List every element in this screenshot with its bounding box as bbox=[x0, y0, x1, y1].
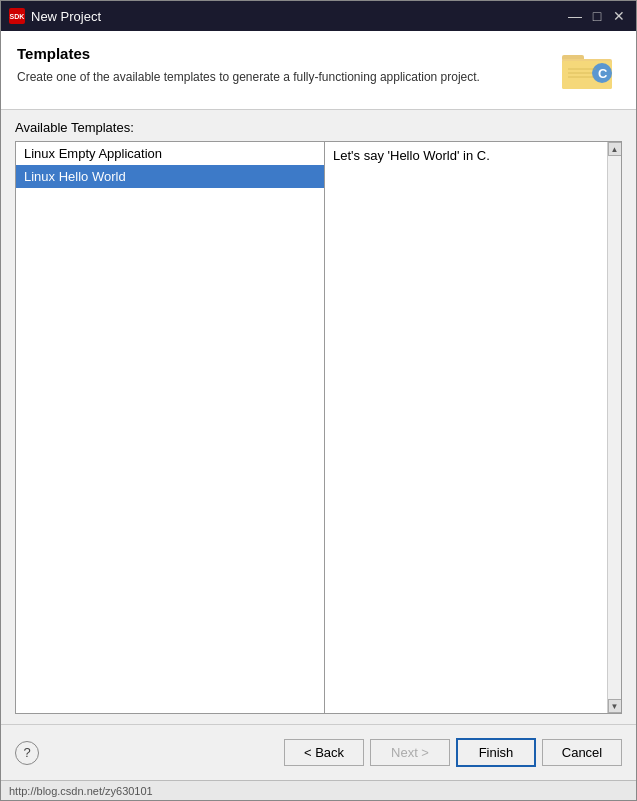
footer-right: < Back Next > Finish Cancel bbox=[284, 738, 622, 767]
status-bar: http://blog.csdn.net/zy630101 bbox=[1, 780, 636, 800]
title-bar: SDK New Project — □ ✕ bbox=[1, 1, 636, 31]
scroll-up-arrow[interactable]: ▲ bbox=[608, 142, 622, 156]
page-description: Create one of the available templates to… bbox=[17, 68, 497, 86]
header-section: Templates Create one of the available te… bbox=[1, 31, 636, 110]
content-area: Available Templates: Linux Empty Applica… bbox=[1, 110, 636, 724]
close-button[interactable]: ✕ bbox=[610, 7, 628, 25]
footer: ? < Back Next > Finish Cancel bbox=[1, 724, 636, 780]
minimize-button[interactable]: — bbox=[566, 7, 584, 25]
status-url: http://blog.csdn.net/zy630101 bbox=[9, 785, 153, 797]
scroll-down-arrow[interactable]: ▼ bbox=[608, 699, 622, 713]
folder-icon: C bbox=[560, 45, 616, 93]
cancel-button[interactable]: Cancel bbox=[542, 739, 622, 766]
template-item-linux-hello-world[interactable]: Linux Hello World bbox=[16, 165, 324, 188]
svg-text:C: C bbox=[598, 66, 608, 81]
app-icon: SDK bbox=[9, 8, 25, 24]
template-list[interactable]: Linux Empty Application Linux Hello Worl… bbox=[15, 141, 325, 714]
header-icon-area: C bbox=[560, 45, 620, 95]
description-scrollbar[interactable]: ▲ ▼ bbox=[607, 142, 621, 713]
next-button[interactable]: Next > bbox=[370, 739, 450, 766]
templates-container: Linux Empty Application Linux Hello Worl… bbox=[15, 141, 622, 714]
template-item-linux-empty[interactable]: Linux Empty Application bbox=[16, 142, 324, 165]
template-description-text: Let's say 'Hello World' in C. bbox=[333, 148, 490, 163]
maximize-button[interactable]: □ bbox=[588, 7, 606, 25]
help-button[interactable]: ? bbox=[15, 741, 39, 765]
template-description-panel: Let's say 'Hello World' in C. ▲ ▼ bbox=[325, 141, 622, 714]
finish-button[interactable]: Finish bbox=[456, 738, 536, 767]
window-title: New Project bbox=[31, 9, 566, 24]
footer-left: ? bbox=[15, 741, 39, 765]
page-title: Templates bbox=[17, 45, 550, 62]
available-templates-label: Available Templates: bbox=[15, 120, 622, 135]
header-text: Templates Create one of the available te… bbox=[17, 45, 550, 86]
new-project-window: SDK New Project — □ ✕ Templates Create o… bbox=[0, 0, 637, 801]
back-button[interactable]: < Back bbox=[284, 739, 364, 766]
window-controls: — □ ✕ bbox=[566, 7, 628, 25]
